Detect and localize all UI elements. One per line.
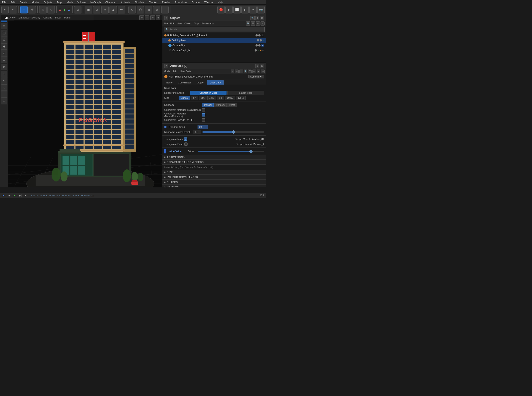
undo-button[interactable]: ↩ bbox=[1, 6, 9, 13]
viewport[interactable]: View Cameras Display Options Filter Pane… bbox=[8, 15, 162, 187]
deformer-btn[interactable]: ⊛ bbox=[153, 6, 160, 13]
polygon-button[interactable]: ▲ bbox=[110, 6, 117, 13]
menu-modes[interactable]: Modes bbox=[31, 1, 40, 4]
viewport-icon-4[interactable]: ◉ bbox=[156, 15, 160, 20]
inside-slider-thumb[interactable] bbox=[249, 150, 253, 153]
obj-icon-3[interactable]: ⊞ bbox=[256, 21, 260, 26]
playback-next[interactable]: ▶| bbox=[19, 194, 23, 197]
sidebar-place-btn[interactable]: ↓ bbox=[1, 91, 7, 98]
size-section[interactable]: ▶ SIZE bbox=[162, 170, 266, 175]
menu-window[interactable]: Window bbox=[203, 1, 214, 4]
render-view-btn[interactable]: ⬜ bbox=[233, 6, 241, 13]
tree-item-octanedaylight[interactable]: ✳ OctaneDayLight ✓ ☀ ⚙ bbox=[162, 48, 266, 53]
attr-nav-up[interactable]: ↑ bbox=[239, 70, 243, 73]
attr-settings-btn[interactable]: ⚙ bbox=[255, 64, 259, 68]
size-option-10x10[interactable]: 10x10 bbox=[225, 96, 235, 100]
menu-tags[interactable]: Tags bbox=[56, 1, 63, 4]
objects-search-btn[interactable]: 🔍 bbox=[250, 16, 254, 20]
sidebar-spline-btn[interactable]: ⊏ bbox=[1, 50, 7, 57]
size-option-8x8[interactable]: 8x8 bbox=[217, 96, 224, 100]
connection-mode-bar[interactable]: Connection Mode bbox=[190, 91, 226, 95]
menu-objects-top[interactable]: Objects bbox=[43, 1, 53, 4]
viewport-icon-1[interactable]: ⊞ bbox=[139, 15, 144, 20]
sidebar-rotate-btn[interactable]: ↻ bbox=[1, 77, 7, 84]
menu-extensions[interactable]: Extensions bbox=[174, 1, 188, 4]
menu-character[interactable]: Character bbox=[105, 1, 117, 4]
playback-end[interactable]: ▶| bbox=[25, 194, 29, 197]
redo-button[interactable]: ↪ bbox=[10, 6, 17, 13]
inside-slider[interactable] bbox=[198, 151, 264, 152]
obj-menu-object[interactable]: Object bbox=[184, 22, 192, 25]
objects-panel-close[interactable]: ✕ bbox=[164, 16, 168, 20]
playback-play[interactable]: ▶ bbox=[14, 194, 17, 197]
viewport-icon-3[interactable]: ⊕ bbox=[150, 15, 155, 20]
camera-btn[interactable]: 📷 bbox=[257, 6, 265, 13]
world-coord-button[interactable]: ⊕ bbox=[74, 6, 82, 13]
size-option-manual[interactable]: Manual bbox=[179, 96, 190, 100]
heights-section[interactable]: ▶ HEIGHTS bbox=[162, 185, 266, 187]
attr-close-btn[interactable]: ✕ bbox=[164, 64, 168, 68]
shapes-section[interactable]: ▶ SHAPES bbox=[162, 180, 266, 185]
viewport-menu-cameras[interactable]: Cameras bbox=[19, 16, 29, 19]
tree-item-building-generator[interactable]: ▼ Building Generator 2.0 @florenoir ⚙ bbox=[162, 33, 266, 38]
menu-mesh[interactable]: Mesh bbox=[66, 1, 73, 4]
attr-nav-3[interactable]: ◉ bbox=[257, 70, 260, 73]
sidebar-scale-btn[interactable]: ⤡ bbox=[1, 84, 7, 91]
attr-menu-edit[interactable]: Edit bbox=[173, 70, 177, 73]
sidebar-edge-btn[interactable]: ⬢ bbox=[1, 43, 7, 50]
sphere-button[interactable]: ● bbox=[101, 6, 109, 13]
obj-search-icon[interactable]: 🔍 bbox=[246, 21, 250, 26]
spline-button[interactable]: 〜 bbox=[118, 6, 125, 13]
menu-octane[interactable]: Octane bbox=[191, 1, 200, 4]
lvl-shifter-section[interactable]: ▶ LVL SHIFTER/CHANGER bbox=[162, 175, 266, 180]
menu-file[interactable]: File bbox=[1, 1, 7, 4]
sidebar-move-btn[interactable]: ✛ bbox=[1, 71, 7, 77]
cylinder-button[interactable]: ⊙ bbox=[93, 6, 100, 13]
viewport-menu-options[interactable]: Options bbox=[43, 16, 52, 19]
attr-nav-2[interactable]: ⊞ bbox=[252, 70, 256, 73]
menu-mograph[interactable]: MoGraph bbox=[90, 1, 101, 4]
light-btn[interactable]: ✦ bbox=[249, 6, 257, 13]
tree-expand-generator[interactable]: ▼ bbox=[167, 35, 169, 36]
menu-create[interactable]: Create bbox=[19, 1, 28, 4]
separate-random-seeds-section[interactable]: ▶ SEPARATE RANDOM SEEDS bbox=[162, 160, 266, 165]
attr-nav-1[interactable]: ☰ bbox=[248, 70, 252, 73]
size-option-6x6[interactable]: 6x6 bbox=[199, 96, 207, 100]
menu-edit[interactable]: Edit bbox=[10, 1, 16, 4]
tree-icon-gear[interactable]: ⚙ bbox=[261, 34, 264, 37]
consistent-mat-main-entrance-checkbox[interactable]: ✓ bbox=[202, 113, 205, 116]
attr-tab-coordinates[interactable]: Coordinates bbox=[175, 80, 194, 85]
attr-menu-userdata[interactable]: User Data bbox=[180, 70, 191, 73]
random-btn-manual[interactable]: Manual bbox=[202, 103, 214, 107]
extrude-button[interactable]: ⬡ bbox=[137, 6, 144, 13]
obj-menu-edit[interactable]: Edit bbox=[170, 22, 175, 25]
objects-panel-expand-btn[interactable]: ⊞ bbox=[260, 16, 264, 20]
tree-item-octanesky[interactable]: OctaneSky ◐ bbox=[162, 43, 266, 48]
playback-prev[interactable]: ◀ bbox=[8, 194, 12, 197]
render-btn[interactable]: ▶ bbox=[225, 6, 233, 13]
scale-button[interactable]: ⤡ bbox=[47, 6, 55, 13]
viewport-menu-panel[interactable]: Panel bbox=[64, 16, 71, 19]
viewport-icon-2[interactable]: ⤡ bbox=[145, 15, 149, 20]
attr-nav-back[interactable]: ← bbox=[231, 70, 234, 73]
viewport-menu-filter[interactable]: Filter bbox=[55, 16, 61, 19]
size-option-4x4[interactable]: 4x4 bbox=[191, 96, 198, 100]
sidebar-light-btn[interactable]: ◯ bbox=[1, 30, 7, 36]
obj-menu-file[interactable]: File bbox=[164, 22, 168, 25]
random-seed-value[interactable]: 23 bbox=[198, 125, 208, 129]
attr-nav-search[interactable]: 🔍 bbox=[244, 70, 247, 73]
menu-simulate[interactable]: Simulate bbox=[134, 1, 145, 4]
attr-nav-forward[interactable]: → bbox=[235, 70, 239, 73]
attr-custom-dropdown[interactable]: Custom ▼ bbox=[248, 75, 264, 78]
tree-item-building-mesh[interactable]: Building Mesh ✓ bbox=[162, 38, 266, 43]
size-option-12x6[interactable]: 12x6 bbox=[207, 96, 216, 100]
inside-percent[interactable]: 50 % bbox=[188, 150, 196, 153]
cube-button[interactable]: ▣ bbox=[85, 6, 92, 13]
boole-button[interactable]: ⊂ bbox=[128, 6, 136, 13]
obj-menu-tags[interactable]: Tags bbox=[194, 22, 199, 25]
obj-menu-bookmarks[interactable]: Bookmarks bbox=[201, 22, 214, 25]
select-tool-button[interactable]: ⊹ bbox=[20, 6, 28, 13]
tag-btn[interactable]: ⋮ bbox=[161, 6, 169, 13]
sidebar-text-btn[interactable]: A bbox=[1, 57, 7, 63]
objects-panel-settings-btn[interactable]: ⚙ bbox=[255, 16, 259, 20]
